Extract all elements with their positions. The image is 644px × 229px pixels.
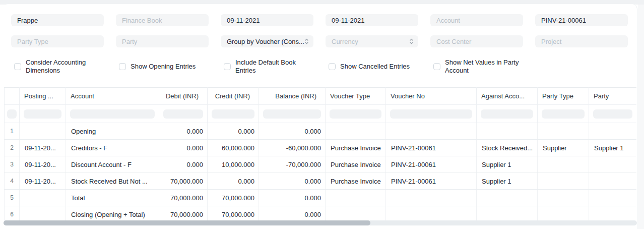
column-filter-input[interactable] <box>212 109 254 119</box>
cell-voucher-no[interactable] <box>386 123 477 140</box>
column-filter-input[interactable] <box>542 109 585 119</box>
cell-voucher-type[interactable]: Purchase Invoice <box>326 156 386 173</box>
to-date-filter-input[interactable] <box>326 14 418 26</box>
cell-posting-date[interactable]: 09-11-20... <box>20 140 66 156</box>
cell-account[interactable]: Creditors - F <box>66 140 159 156</box>
cell-balance[interactable]: 0.000 <box>259 173 326 190</box>
cell-voucher-no[interactable]: PINV-21-00061 <box>386 156 477 173</box>
cell-debit[interactable]: 70,000.000 <box>159 173 208 190</box>
checkbox-icon[interactable] <box>119 63 126 70</box>
column-filter-input[interactable] <box>70 109 155 119</box>
cell-balance[interactable]: -70,000.000 <box>259 156 326 173</box>
ledger-table: Posting ... Account Debit (INR) Credit (… <box>4 87 636 223</box>
cell-party[interactable] <box>589 156 636 173</box>
col-header-voucher-type[interactable]: Voucher Type <box>326 88 386 105</box>
col-header-posting-date[interactable]: Posting ... <box>20 88 66 105</box>
cell-party-type[interactable] <box>538 190 589 206</box>
include-default-book-entries-checkbox-item[interactable]: Include Default Book Entries <box>224 59 313 75</box>
company-filter-input[interactable] <box>11 14 104 26</box>
cell-balance[interactable]: -60,000.000 <box>259 140 326 156</box>
cell-balance[interactable]: 0.000 <box>259 190 326 206</box>
horizontal-scrollbar-thumb[interactable] <box>4 220 370 225</box>
cell-credit[interactable]: 0.000 <box>208 173 259 190</box>
column-filter-input[interactable] <box>481 109 533 119</box>
cell-against-account[interactable] <box>477 190 538 206</box>
cell-debit[interactable]: 0.000 <box>159 123 208 140</box>
cost-center-filter-input[interactable] <box>430 35 523 47</box>
cell-party[interactable] <box>589 190 636 206</box>
cell-party[interactable]: Supplier 1 <box>589 140 636 156</box>
column-filter-input[interactable] <box>7 109 17 119</box>
party-type-filter-input[interactable] <box>11 35 104 47</box>
party-filter-input[interactable] <box>116 35 209 47</box>
col-header-credit[interactable]: Credit (INR) <box>208 88 259 105</box>
cell-voucher-type[interactable] <box>326 190 386 206</box>
show-opening-entries-checkbox-item[interactable]: Show Opening Entries <box>119 59 209 75</box>
table-row: 4 09-11-20... Stock Received But Not ...… <box>5 173 636 190</box>
cell-balance[interactable]: 0.000 <box>259 123 326 140</box>
cell-credit[interactable]: 70,000.000 <box>208 190 259 206</box>
voucher-no-filter-input[interactable] <box>535 14 628 26</box>
cell-debit[interactable]: 0.000 <box>159 140 208 156</box>
col-header-party-type[interactable]: Party Type <box>538 88 589 105</box>
cell-against-account[interactable]: Supplier 1 <box>477 156 538 173</box>
cell-party[interactable] <box>589 173 636 190</box>
checkbox-icon[interactable] <box>224 63 231 70</box>
col-header-debit[interactable]: Debit (INR) <box>159 88 208 105</box>
cell-voucher-no[interactable]: PINV-21-00061 <box>386 173 477 190</box>
col-header-against-account[interactable]: Against Acco... <box>477 88 538 105</box>
cell-against-account[interactable] <box>477 123 538 140</box>
cell-voucher-type[interactable]: Purchase Invoice <box>326 140 386 156</box>
cell-posting-date[interactable] <box>20 190 66 206</box>
column-filter-input[interactable] <box>263 109 321 119</box>
cell-party-type[interactable] <box>538 156 589 173</box>
currency-select[interactable]: Currency <box>326 35 418 47</box>
account-filter-input[interactable] <box>430 14 523 26</box>
col-header-index <box>5 88 20 105</box>
col-header-voucher-no[interactable]: Voucher No <box>386 88 477 105</box>
col-header-party[interactable]: Party <box>589 88 636 105</box>
cell-posting-date[interactable] <box>20 123 66 140</box>
column-filter-input[interactable] <box>24 109 61 119</box>
cell-party-type[interactable] <box>538 123 589 140</box>
cell-credit[interactable]: 0.000 <box>208 123 259 140</box>
cell-credit[interactable]: 60,000.000 <box>208 140 259 156</box>
col-header-account[interactable]: Account <box>66 88 159 105</box>
column-filter-input[interactable] <box>163 109 203 119</box>
cell-account[interactable]: Discount Account - F <box>66 156 159 173</box>
col-header-balance[interactable]: Balance (INR) <box>259 88 326 105</box>
cell-debit[interactable]: 0.000 <box>159 156 208 173</box>
checkbox-icon[interactable] <box>433 63 440 70</box>
cell-voucher-type[interactable] <box>326 123 386 140</box>
column-filter-input[interactable] <box>390 109 472 119</box>
checkbox-icon[interactable] <box>329 63 336 70</box>
finance-book-filter-input[interactable] <box>116 14 209 26</box>
cell-posting-date[interactable]: 09-11-20... <box>20 173 66 190</box>
checkbox-icon[interactable] <box>14 63 21 70</box>
cell-party-type[interactable] <box>538 173 589 190</box>
cell-against-account[interactable]: Supplier 1 <box>477 173 538 190</box>
cell-party[interactable] <box>589 123 636 140</box>
consider-accounting-dimensions-checkbox-item[interactable]: Consider Accounting Dimensions <box>14 59 104 75</box>
project-filter-input[interactable] <box>535 35 628 47</box>
cell-debit[interactable]: 70,000.000 <box>159 190 208 206</box>
checkbox-label: Show Cancelled Entries <box>340 63 410 71</box>
horizontal-scrollbar[interactable] <box>4 220 637 225</box>
cell-posting-date[interactable]: 09-11-20... <box>20 156 66 173</box>
cell-against-account[interactable]: Stock Received... <box>477 140 538 156</box>
show-net-values-checkbox-item[interactable]: Show Net Values in Party Account <box>433 59 523 75</box>
cell-account[interactable]: Total <box>66 190 159 206</box>
cell-voucher-no[interactable] <box>386 190 477 206</box>
cell-account[interactable]: Opening <box>66 123 159 140</box>
cell-party-type[interactable]: Supplier <box>538 140 589 156</box>
column-filter-input[interactable] <box>593 109 632 119</box>
cell-credit[interactable]: 10,000.000 <box>208 156 259 173</box>
from-date-filter-input[interactable] <box>221 14 313 26</box>
group-by-select[interactable]: Group by Voucher (Cons... <box>221 35 313 47</box>
cell-voucher-type[interactable]: Purchase Invoice <box>326 173 386 190</box>
cell-account[interactable]: Stock Received But Not ... <box>66 173 159 190</box>
show-cancelled-entries-checkbox-item[interactable]: Show Cancelled Entries <box>329 59 418 75</box>
column-filter-input[interactable] <box>330 109 381 119</box>
cell-voucher-no[interactable]: PINV-21-00061 <box>386 140 477 156</box>
group-by-select-value: Group by Voucher (Cons... <box>227 38 304 45</box>
